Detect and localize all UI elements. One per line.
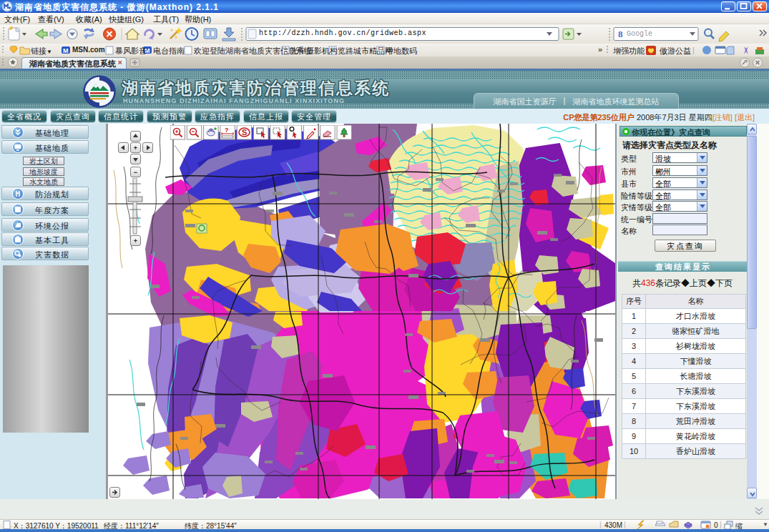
svg-text:M: M <box>63 47 69 54</box>
svg-text:8: 8 <box>618 29 623 39</box>
svg-text:?: ? <box>225 127 229 134</box>
svg-text:Google: Google <box>627 30 652 38</box>
svg-text:S: S <box>242 128 247 137</box>
